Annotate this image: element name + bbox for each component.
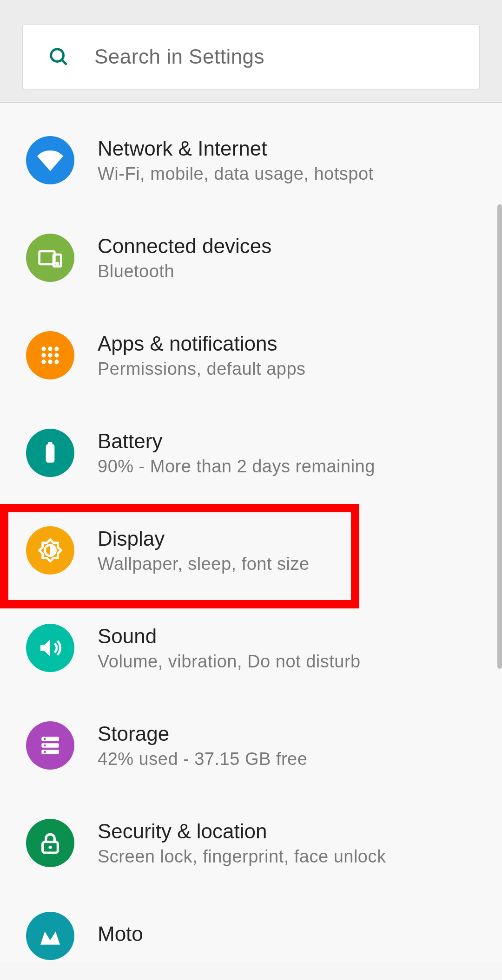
svg-line-1 xyxy=(62,60,66,65)
svg-point-21 xyxy=(44,738,46,740)
svg-point-23 xyxy=(44,751,46,753)
svg-point-13 xyxy=(54,359,59,364)
svg-point-22 xyxy=(44,745,46,747)
storage-icon xyxy=(26,721,74,770)
item-title: Moto xyxy=(98,922,143,946)
settings-item-connected[interactable]: Connected devices Bluetooth xyxy=(0,209,502,307)
search-bar[interactable]: Search in Settings xyxy=(22,24,480,89)
svg-point-10 xyxy=(54,353,59,357)
item-title: Battery xyxy=(98,430,375,453)
item-subtitle: Permissions, default apps xyxy=(98,359,306,379)
svg-rect-15 xyxy=(48,442,52,445)
apps-icon xyxy=(26,331,74,379)
item-subtitle: Wallpaper, sleep, font size xyxy=(98,554,310,574)
svg-rect-2 xyxy=(40,251,55,264)
svg-point-8 xyxy=(41,353,46,357)
search-placeholder: Search in Settings xyxy=(94,45,264,68)
scrollbar[interactable] xyxy=(497,204,502,669)
item-title: Sound xyxy=(98,625,361,648)
lock-icon xyxy=(26,819,74,867)
battery-icon xyxy=(26,429,74,477)
svg-point-5 xyxy=(41,346,46,351)
item-subtitle: 42% used - 37.15 GB free xyxy=(98,749,307,769)
svg-point-9 xyxy=(48,353,52,357)
moto-icon xyxy=(26,912,74,960)
item-subtitle: Screen lock, fingerprint, face unlock xyxy=(98,847,386,867)
search-bar-wrap: Search in Settings xyxy=(0,0,502,103)
svg-point-4 xyxy=(56,263,58,265)
item-title: Security & location xyxy=(98,820,386,843)
svg-point-6 xyxy=(48,346,52,351)
settings-item-battery[interactable]: Battery 90% - More than 2 days remaining xyxy=(0,404,502,502)
settings-item-display[interactable]: Display Wallpaper, sleep, font size xyxy=(0,502,502,599)
svg-point-11 xyxy=(41,359,46,364)
svg-point-7 xyxy=(54,346,59,351)
search-icon xyxy=(48,46,69,67)
devices-icon xyxy=(26,234,74,282)
wifi-icon xyxy=(26,136,74,184)
settings-list: Network & Internet Wi-Fi, mobile, data u… xyxy=(0,103,502,961)
svg-rect-14 xyxy=(46,444,55,463)
item-title: Display xyxy=(98,527,310,550)
settings-item-moto[interactable]: Moto xyxy=(0,892,502,961)
svg-point-0 xyxy=(51,49,64,62)
item-title: Network & Internet xyxy=(98,137,374,160)
item-title: Connected devices xyxy=(98,235,271,258)
svg-point-12 xyxy=(48,359,52,364)
settings-item-sound[interactable]: Sound Volume, vibration, Do not disturb xyxy=(0,599,502,697)
item-subtitle: Bluetooth xyxy=(98,261,271,281)
settings-item-security[interactable]: Security & location Screen lock, fingerp… xyxy=(0,794,502,892)
settings-item-storage[interactable]: Storage 42% used - 37.15 GB free xyxy=(0,697,502,794)
item-subtitle: Wi-Fi, mobile, data usage, hotspot xyxy=(98,164,374,184)
sound-icon xyxy=(26,624,74,672)
item-title: Storage xyxy=(98,722,307,745)
settings-item-network[interactable]: Network & Internet Wi-Fi, mobile, data u… xyxy=(0,111,502,209)
svg-point-25 xyxy=(49,846,52,849)
item-title: Apps & notifications xyxy=(98,332,306,355)
item-subtitle: Volume, vibration, Do not disturb xyxy=(98,652,361,672)
settings-item-apps[interactable]: Apps & notifications Permissions, defaul… xyxy=(0,307,502,404)
item-subtitle: 90% - More than 2 days remaining xyxy=(98,457,375,477)
brightness-icon xyxy=(26,526,74,575)
